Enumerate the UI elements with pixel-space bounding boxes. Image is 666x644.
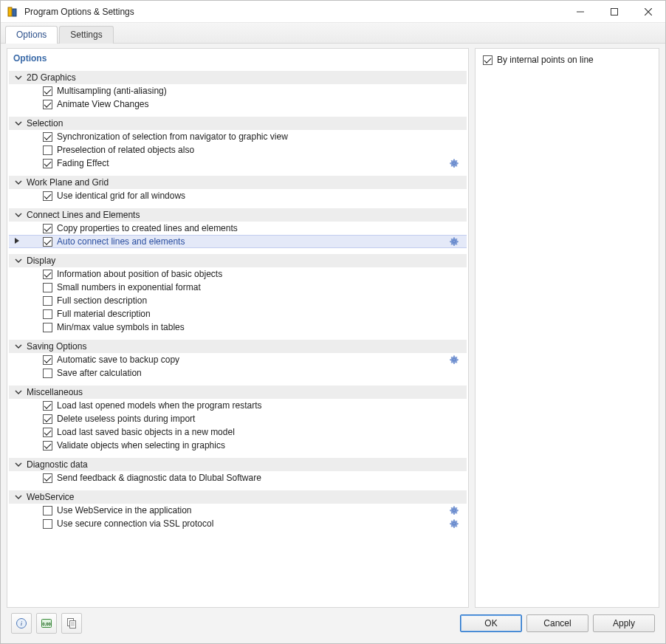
- option-row-multisampling[interactable]: Multisampling (anti-aliasing): [9, 84, 467, 97]
- option-row-identical-grid[interactable]: Use identical grid for all windows: [9, 189, 467, 202]
- options-panel: Options 2D GraphicsMultisampling (anti-a…: [7, 48, 469, 608]
- option-row-delete-useless[interactable]: Delete useless points during import: [9, 412, 467, 425]
- checkbox-use-ssl[interactable]: [43, 519, 52, 529]
- chevron-down-icon: [13, 341, 24, 352]
- group-header-work-plane[interactable]: Work Plane and Grid: [9, 176, 467, 189]
- group-label: Work Plane and Grid: [27, 177, 109, 188]
- checkbox-preselection[interactable]: [43, 145, 52, 155]
- tab-settings[interactable]: Settings: [59, 26, 113, 44]
- options-tree: 2D GraphicsMultisampling (anti-aliasing)…: [7, 65, 468, 607]
- group-label: Selection: [27, 118, 63, 129]
- option-label: Automatic save to backup copy: [57, 354, 449, 365]
- group-header-display[interactable]: Display: [9, 254, 467, 267]
- window-title: Program Options & Settings: [24, 7, 134, 17]
- option-row-auto-connect[interactable]: Auto connect lines and elements: [9, 235, 467, 248]
- group-header-misc[interactable]: Miscellaneous: [9, 386, 467, 399]
- group-label: 2D Graphics: [27, 72, 76, 83]
- gear-icon[interactable]: [449, 158, 459, 168]
- cancel-button[interactable]: Cancel: [526, 614, 588, 632]
- titlebar: Program Options & Settings: [1, 1, 665, 23]
- option-label: Small numbers in exponential format: [57, 282, 464, 292]
- option-row-small-numbers[interactable]: Small numbers in exponential format: [9, 281, 467, 294]
- gear-icon[interactable]: [449, 236, 459, 247]
- checkbox-full-material[interactable]: [43, 309, 52, 319]
- checkbox-info-position[interactable]: [43, 270, 52, 279]
- gear-icon[interactable]: [449, 518, 459, 529]
- app-icon: [7, 6, 18, 18]
- option-row-use-webservice[interactable]: Use WebService in the application: [9, 504, 467, 517]
- option-row-full-section[interactable]: Full section description: [9, 294, 467, 307]
- help-button[interactable]: i: [11, 613, 32, 634]
- svg-rect-0: [8, 7, 12, 16]
- copy-button[interactable]: [61, 613, 82, 634]
- chevron-down-icon: [13, 256, 24, 266]
- checkbox-copy-props[interactable]: [43, 224, 52, 233]
- option-label: Multisampling (anti-aliasing): [57, 86, 464, 96]
- checkbox-minmax[interactable]: [43, 323, 52, 332]
- option-row-animate-view[interactable]: Animate View Changes: [9, 97, 467, 111]
- checkbox-fading-effect[interactable]: [43, 159, 52, 168]
- maximize-button[interactable]: [597, 1, 631, 23]
- detail-panel: By internal points on line: [475, 48, 659, 608]
- option-row-preselection[interactable]: Preselection of related objects also: [9, 143, 467, 157]
- checkbox-send-feedback[interactable]: [43, 473, 52, 483]
- current-row-arrow-icon: [13, 237, 22, 246]
- option-row-sync-selection[interactable]: Synchronization of selection from naviga…: [9, 130, 467, 143]
- dialog-window: Program Options & Settings Options Setti…: [0, 0, 666, 644]
- gear-icon[interactable]: [449, 354, 459, 365]
- close-button[interactable]: [631, 1, 665, 23]
- option-row-use-ssl[interactable]: Use secure connection via SSL protocol: [9, 517, 467, 530]
- checkbox-validate-objects[interactable]: [43, 441, 52, 451]
- apply-button[interactable]: Apply: [593, 614, 655, 632]
- checkbox-multisampling[interactable]: [43, 86, 52, 96]
- tab-options[interactable]: Options: [5, 26, 58, 44]
- ok-button[interactable]: OK: [460, 614, 522, 632]
- units-button[interactable]: 0,00: [36, 613, 57, 634]
- option-label: Delete useless points during import: [57, 414, 464, 424]
- group-header-diagnostic[interactable]: Diagnostic data: [9, 458, 467, 471]
- checkbox-delete-useless[interactable]: [43, 414, 52, 424]
- checkbox-use-webservice[interactable]: [43, 506, 52, 515]
- checkbox-animate-view[interactable]: [43, 100, 52, 109]
- checkbox-small-numbers[interactable]: [43, 283, 52, 292]
- by-internal-points-row[interactable]: By internal points on line: [483, 55, 651, 65]
- option-row-auto-backup[interactable]: Automatic save to backup copy: [9, 353, 467, 366]
- group-label: Display: [27, 256, 55, 266]
- by-internal-points-checkbox[interactable]: [483, 55, 492, 65]
- option-row-validate-objects[interactable]: Validate objects when selecting in graph…: [9, 439, 467, 452]
- group-header-connect[interactable]: Connect Lines and Elements: [9, 208, 467, 222]
- option-label: Validate objects when selecting in graph…: [57, 440, 464, 451]
- option-row-save-after-calc[interactable]: Save after calculation: [9, 366, 467, 380]
- option-row-load-last-basic[interactable]: Load last saved basic objects in a new m…: [9, 425, 467, 439]
- option-label: Preselection of related objects also: [57, 145, 464, 155]
- option-row-load-last-models[interactable]: Load last opened models when the program…: [9, 399, 467, 412]
- group-header-saving[interactable]: Saving Options: [9, 340, 467, 353]
- checkbox-save-after-calc[interactable]: [43, 369, 52, 378]
- checkbox-auto-backup[interactable]: [43, 355, 52, 365]
- group-header-selection[interactable]: Selection: [9, 117, 467, 130]
- checkbox-load-last-models[interactable]: [43, 401, 52, 411]
- panel-title: Options: [7, 49, 468, 65]
- gear-icon[interactable]: [449, 505, 459, 515]
- option-row-full-material[interactable]: Full material description: [9, 307, 467, 321]
- option-label: Full section description: [57, 295, 464, 306]
- checkbox-full-section[interactable]: [43, 296, 52, 306]
- option-label: Send feedback & diagnostic data to Dluba…: [57, 473, 464, 483]
- option-label: Synchronization of selection from naviga…: [57, 131, 464, 142]
- option-row-fading-effect[interactable]: Fading Effect: [9, 157, 467, 170]
- checkbox-sync-selection[interactable]: [43, 132, 52, 142]
- option-row-copy-props[interactable]: Copy properties to created lines and ele…: [9, 222, 467, 235]
- option-row-info-position[interactable]: Information about position of basic obje…: [9, 267, 467, 281]
- by-internal-points-label: By internal points on line: [497, 55, 594, 65]
- option-row-minmax[interactable]: Min/max value symbols in tables: [9, 321, 467, 334]
- group-header-2d-graphics[interactable]: 2D Graphics: [9, 71, 467, 84]
- group-header-webservice[interactable]: WebService: [9, 490, 467, 504]
- minimize-button[interactable]: [563, 1, 597, 23]
- option-row-send-feedback[interactable]: Send feedback & diagnostic data to Dluba…: [9, 471, 467, 484]
- checkbox-load-last-basic[interactable]: [43, 428, 52, 437]
- option-label: Load last saved basic objects in a new m…: [57, 427, 464, 437]
- chevron-down-icon: [13, 177, 24, 188]
- checkbox-auto-connect[interactable]: [43, 237, 52, 247]
- checkbox-identical-grid[interactable]: [43, 191, 52, 201]
- panels: Options 2D GraphicsMultisampling (anti-a…: [7, 48, 659, 608]
